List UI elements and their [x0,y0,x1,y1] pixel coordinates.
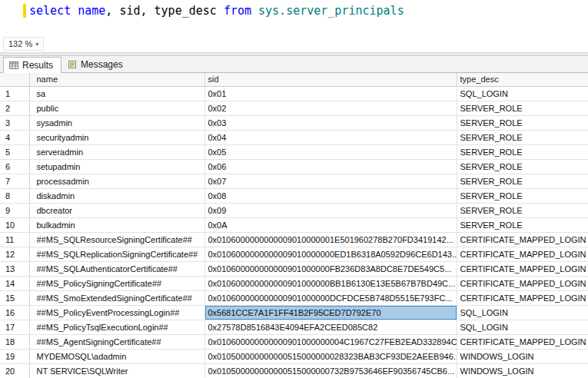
table-row: 5serveradmin0x05SERVER_ROLE [0,144,588,159]
code-token-plain [251,4,258,18]
type-desc-cell[interactable]: WINDOWS_LOGIN [457,349,588,363]
row-number-cell[interactable]: 5 [0,144,29,159]
sid-cell[interactable]: 0x27578D8516843E4094EFA2CEED085C82 [204,320,457,334]
sid-cell[interactable]: 0x010600000000000901000000BB1B6130E13E5B… [204,276,457,290]
sid-cell[interactable]: 0x02 [204,101,457,115]
type-desc-cell[interactable]: SQL_LOGIN [457,320,588,334]
name-cell[interactable]: bulkadmin [29,217,204,232]
row-number-cell[interactable]: 18 [0,334,29,349]
code-token-system: sys.server_principals [258,4,404,18]
row-number-cell[interactable]: 19 [0,349,29,363]
table-row: 16##MS_PolicyEventProcessingLogin##0x568… [0,305,588,320]
sid-cell-selected[interactable]: 0x5681CCE7A1F1FF41B2F95CED7D792E70 [204,305,457,320]
name-cell[interactable]: ##MS_SmoExtendedSigningCertificate## [29,290,204,305]
sid-cell[interactable]: 0x010500000000000515000000028323BAB3CF93… [204,349,457,363]
row-number-cell[interactable]: 6 [0,159,29,174]
name-cell[interactable]: ##MS_PolicyTsqlExecutionLogin## [29,320,204,334]
name-cell[interactable]: NT SERVICE\SQLWriter [29,363,204,378]
type-desc-cell[interactable]: SERVER_ROLE [457,203,588,217]
type-desc-cell[interactable]: CERTIFICATE_MAPPED_LOGIN [457,276,588,290]
ssms-query-results-window: select name, sid, type_desc from sys.ser… [0,0,588,378]
row-number-cell[interactable]: 1 [0,86,29,101]
type-desc-cell[interactable]: SQL_LOGIN [457,305,588,320]
sid-cell[interactable]: 0x09 [204,203,457,217]
row-number-cell[interactable]: 15 [0,290,29,305]
table-row: 9dbcreator0x09SERVER_ROLE [0,203,588,217]
name-cell[interactable]: public [29,101,204,115]
row-number-cell[interactable]: 16 [0,305,29,320]
tab-messages[interactable]: Messages [61,56,131,72]
sid-cell[interactable]: 0x010600000000000901000000004C1967C27FEB… [204,334,457,349]
table-row: 3sysadmin0x03SERVER_ROLE [0,115,588,130]
row-number-cell[interactable]: 17 [0,320,29,334]
column-header-type-desc[interactable]: type_desc [457,73,588,86]
tab-results[interactable]: Results [3,57,61,73]
type-desc-cell[interactable]: WINDOWS_LOGIN [457,363,588,378]
type-desc-cell[interactable]: CERTIFICATE_MAPPED_LOGIN [457,247,588,261]
sid-cell[interactable]: 0x0A [204,217,457,232]
sid-cell[interactable]: 0x03 [204,115,457,130]
name-cell[interactable]: ##MS_PolicySigningCertificate## [29,276,204,290]
type-desc-cell[interactable]: SERVER_ROLE [457,144,588,159]
column-header-sid[interactable]: sid [204,73,457,86]
row-number-cell[interactable]: 2 [0,101,29,115]
name-cell[interactable]: ##MS_AgentSigningCertificate## [29,334,204,349]
row-number-cell[interactable]: 11 [0,232,29,247]
type-desc-cell[interactable]: CERTIFICATE_MAPPED_LOGIN [457,261,588,276]
name-cell[interactable]: setupadmin [29,159,204,174]
type-desc-cell[interactable]: SQL_LOGIN [457,86,588,101]
name-cell[interactable]: processadmin [29,174,204,188]
row-number-cell[interactable]: 7 [0,174,29,188]
sid-cell[interactable]: 0x0106000000000009010000001E501960278B27… [204,232,457,247]
name-cell[interactable]: diskadmin [29,188,204,203]
sid-cell[interactable]: 0x010500000000000515000000732B9753646EF9… [204,363,457,378]
name-cell[interactable]: sa [29,86,204,101]
type-desc-cell[interactable]: SERVER_ROLE [457,174,588,188]
query-editor[interactable]: select name, sid, type_desc from sys.ser… [0,0,588,35]
type-desc-cell[interactable]: SERVER_ROLE [457,115,588,130]
corner-header-cell[interactable] [0,73,29,86]
row-number-cell[interactable]: 13 [0,261,29,276]
sid-cell[interactable]: 0x06 [204,159,457,174]
row-number-cell[interactable]: 10 [0,217,29,232]
type-desc-cell[interactable]: SERVER_ROLE [457,159,588,174]
name-cell[interactable]: ##MS_SQLResourceSigningCertificate## [29,232,204,247]
sid-cell[interactable]: 0x05 [204,144,457,159]
name-cell[interactable]: ##MS_SQLReplicationSigningCertificate## [29,247,204,261]
sid-cell[interactable]: 0x010600000000000901000000DCFDCE5B748D55… [204,290,457,305]
row-number-cell[interactable]: 9 [0,203,29,217]
sid-cell[interactable]: 0x04 [204,130,457,144]
row-number-cell[interactable]: 20 [0,363,29,378]
sql-query-line[interactable]: select name, sid, type_desc from sys.ser… [29,4,404,18]
type-desc-cell[interactable]: SERVER_ROLE [457,188,588,203]
name-cell[interactable]: serveradmin [29,144,204,159]
type-desc-cell[interactable]: SERVER_ROLE [457,130,588,144]
sid-cell[interactable]: 0x01 [204,86,457,101]
sid-cell[interactable]: 0x07 [204,174,457,188]
name-cell[interactable]: ##MS_PolicyEventProcessingLogin## [29,305,204,320]
type-desc-cell[interactable]: SERVER_ROLE [457,217,588,232]
sid-cell[interactable]: 0x08 [204,188,457,203]
row-number-cell[interactable]: 8 [0,188,29,203]
column-header-name[interactable]: name [29,73,204,86]
type-desc-cell[interactable]: CERTIFICATE_MAPPED_LOGIN [457,232,588,247]
chevron-down-icon: ▾ [35,41,38,48]
row-number-cell[interactable]: 14 [0,276,29,290]
code-token-keyword: select [29,4,71,18]
sid-cell[interactable]: 0x0106000000000009010000000ED1B6318A0592… [204,247,457,261]
name-cell[interactable]: dbcreator [29,203,204,217]
type-desc-cell[interactable]: CERTIFICATE_MAPPED_LOGIN [457,334,588,349]
sid-cell[interactable]: 0x010600000000000901000000FB236D83A8DC8E… [204,261,457,276]
row-number-cell[interactable]: 12 [0,247,29,261]
name-cell[interactable]: ##MS_SQLAuthenticatorCertificate## [29,261,204,276]
name-cell[interactable]: securityadmin [29,130,204,144]
row-number-cell[interactable]: 3 [0,115,29,130]
name-cell[interactable]: sysadmin [29,115,204,130]
row-number-cell[interactable]: 4 [0,130,29,144]
name-cell[interactable]: MYDEMOSQL\adadmin [29,349,204,363]
zoom-control[interactable]: 132 % ▾ [3,37,44,51]
type-desc-cell[interactable]: CERTIFICATE_MAPPED_LOGIN [457,290,588,305]
type-desc-cell[interactable]: SERVER_ROLE [457,101,588,115]
tab-label: Messages [81,59,123,70]
code-token-keyword: from [224,4,251,18]
